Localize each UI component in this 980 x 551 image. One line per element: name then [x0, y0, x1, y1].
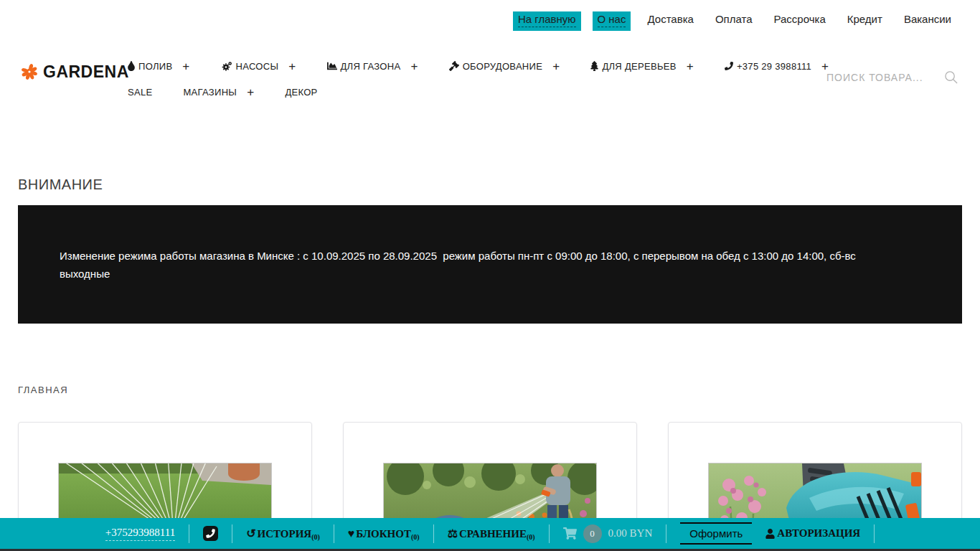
compare-label: СРАВНЕНИЕ	[459, 528, 527, 540]
menu-label: НАСОСЫ	[236, 61, 279, 72]
notice-message: Изменение режима работы магазина в Минск…	[60, 247, 905, 283]
expand-plus-icon[interactable]: +	[552, 60, 560, 72]
history-label: ИСТОРИЯ	[258, 528, 312, 540]
expand-plus-icon[interactable]: +	[182, 60, 189, 72]
menu-item-dlya-derevev[interactable]: ДЛЯ ДЕРЕВЬЕВ +	[590, 60, 694, 72]
menu-item-nasosy[interactable]: НАСОСЫ +	[221, 60, 296, 72]
expand-plus-icon[interactable]: +	[410, 60, 418, 72]
top-nav-home-label: На главную	[518, 13, 576, 27]
gavel-icon	[449, 61, 459, 71]
top-nav-payment[interactable]: Оплата	[715, 13, 753, 25]
notice-title: ВНИМАНИЕ	[18, 176, 962, 193]
bottom-bar: +375293988111 ↺ ИСТОРИЯ (0) ♥ БЛОКНОТ (0…	[0, 518, 980, 549]
notepad-link[interactable]: ♥ БЛОКНОТ (0)	[348, 527, 420, 540]
menu-row-1: ПОЛИВ + НАСОСЫ +	[128, 53, 829, 79]
phone-square-icon	[203, 526, 218, 541]
menu-item-dekor[interactable]: ДЕКОР	[285, 87, 317, 98]
expand-plus-icon[interactable]: +	[247, 86, 254, 98]
logo-text: GARDENA	[43, 62, 129, 82]
search-icon[interactable]	[944, 70, 958, 84]
menu-item-poliv[interactable]: ПОЛИВ +	[128, 60, 190, 72]
menu-label: ПОЛИВ	[138, 61, 172, 72]
callback-phone-button[interactable]	[203, 526, 218, 541]
tree-icon	[590, 61, 598, 71]
cart-icon	[563, 527, 577, 540]
user-icon	[765, 529, 775, 539]
menu-label: +375 29 3988111	[737, 61, 811, 72]
menu-label: МАГАЗИНЫ	[183, 87, 237, 98]
menu-item-dlya-gazona[interactable]: ДЛЯ ГАЗОНА +	[327, 60, 418, 72]
heart-icon: ♥	[348, 527, 355, 540]
top-nav-home[interactable]: На главную	[513, 11, 581, 31]
search-box	[825, 70, 958, 84]
top-nav-installment[interactable]: Рассрочка	[774, 13, 826, 25]
main-menu: ПОЛИВ + НАСОСЫ +	[128, 53, 829, 105]
authorization-label: АВТОРИЗАЦИЯ	[777, 527, 860, 540]
breadcrumb: ГЛАВНАЯ	[18, 385, 962, 395]
menu-item-oborudovanie[interactable]: ОБОРУДОВАНИЕ +	[449, 60, 560, 72]
notice-banner: Изменение режима работы магазина в Минск…	[18, 205, 962, 324]
expand-plus-icon[interactable]: +	[687, 60, 694, 72]
droplet-icon	[128, 61, 135, 71]
menu-item-magaziny[interactable]: МАГАЗИНЫ +	[183, 86, 254, 98]
phone-icon	[725, 62, 733, 70]
scales-icon: ⚖	[448, 527, 458, 540]
notepad-label: БЛОКНОТ	[356, 528, 411, 540]
expand-plus-icon[interactable]: +	[288, 60, 296, 72]
search-input[interactable]	[825, 71, 934, 84]
divider	[232, 524, 232, 543]
history-count: (0)	[311, 533, 320, 541]
history-link[interactable]: ↺ ИСТОРИЯ (0)	[246, 527, 320, 540]
menu-label: ОБОРУДОВАНИЕ	[463, 61, 543, 72]
divider	[549, 524, 550, 543]
top-nav-about[interactable]: О нас	[593, 11, 631, 31]
cart-count-badge: 0	[583, 524, 602, 543]
divider	[189, 524, 189, 543]
cart-total: 0.00 BYN	[608, 527, 653, 540]
cogs-icon	[221, 61, 232, 72]
divider	[874, 524, 875, 543]
top-nav: На главную О нас Доставка Оплата Рассроч…	[518, 13, 951, 31]
checkout-button[interactable]: Оформить	[680, 522, 752, 545]
divider	[666, 524, 666, 543]
gardena-logo[interactable]: GARDENA	[19, 62, 129, 82]
authorization-link[interactable]: АВТОРИЗАЦИЯ	[765, 527, 860, 540]
top-nav-about-label: О нас	[598, 13, 626, 27]
compare-count: (0)	[527, 533, 535, 541]
menu-label: ДЕКОР	[285, 87, 317, 98]
bottom-phone-link[interactable]: +375293988111	[105, 527, 175, 541]
menu-item-sale[interactable]: SALE	[128, 87, 152, 98]
divider	[334, 524, 334, 543]
area-chart-icon	[327, 61, 337, 71]
top-nav-delivery[interactable]: Доставка	[647, 13, 693, 25]
history-icon: ↺	[246, 527, 255, 540]
compare-link[interactable]: ⚖ СРАВНЕНИЕ (0)	[448, 527, 535, 540]
menu-item-phone[interactable]: +375 29 3988111 +	[725, 60, 829, 72]
top-nav-credit[interactable]: Кредит	[847, 13, 882, 25]
menu-label: SALE	[128, 87, 152, 98]
gardena-flower-icon	[19, 62, 39, 82]
notepad-count: (0)	[411, 533, 420, 541]
menu-label: ДЛЯ ГАЗОНА	[341, 61, 401, 72]
menu-label: ДЛЯ ДЕРЕВЬЕВ	[602, 61, 676, 72]
menu-row-2: SALE МАГАЗИНЫ + ДЕКОР	[128, 79, 829, 105]
divider	[433, 524, 434, 543]
top-nav-vacancies[interactable]: Вакансии	[904, 13, 951, 25]
cart-summary[interactable]: 0 0.00 BYN	[563, 524, 653, 543]
